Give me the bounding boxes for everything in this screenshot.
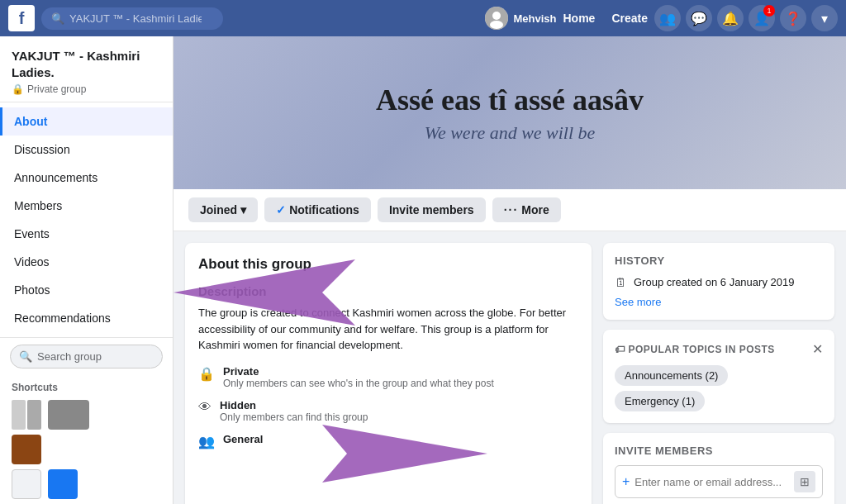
sidebar-item-videos[interactable]: Videos [0, 248, 173, 276]
invite-members-button[interactable]: Invite members [378, 197, 486, 222]
search-group-input[interactable]: 🔍 Search group [10, 345, 163, 368]
sidebar-item-about[interactable]: About [0, 107, 173, 136]
group-icon: 👥 [198, 434, 215, 449]
shortcut-row-1[interactable] [12, 400, 161, 430]
cover-image: Assé eas tî assé aasâv We were and we wi… [173, 36, 846, 189]
notifications-button[interactable]: ✓ Notifications [264, 197, 371, 222]
shortcut-row-3[interactable] [12, 469, 161, 499]
sidebar-item-discussion[interactable]: Discussion [0, 136, 173, 164]
sidebar-nav: About Discussion Announcements Members E… [0, 102, 173, 337]
nav-links: Home Create [563, 12, 649, 25]
topic-tags: Announcements (2) Emergency (1) [615, 365, 823, 411]
about-title: About this group [198, 256, 578, 273]
topics-header: 🏷 POPULAR TOPICS IN POSTS ✕ [615, 341, 823, 357]
people-icon-btn[interactable]: 👥 [654, 5, 681, 31]
shortcut-thumb-1 [12, 400, 41, 430]
friend-request-icon-btn[interactable]: 👤1 [749, 5, 775, 31]
history-card: HISTORY 🗓 Group created on 6 January 201… [603, 243, 834, 320]
shortcut-items [0, 397, 173, 504]
invite-input-row[interactable]: + ⊞ [615, 465, 823, 498]
search-icon: 🔍 [51, 12, 64, 25]
meta-private: 🔒 Private Only members can see who's in … [198, 365, 578, 389]
sidebar-item-members[interactable]: Members [0, 192, 173, 220]
eye-icon: 👁 [198, 400, 212, 415]
topic-tag-announcements[interactable]: Announcements (2) [615, 365, 728, 386]
history-title: HISTORY [615, 254, 823, 267]
shortcuts-label: Shortcuts [0, 375, 173, 397]
sidebar-item-recommendations[interactable]: Recommendations [0, 304, 173, 332]
nav-home-link[interactable]: Home [563, 12, 596, 25]
nav-icon-group: 👥 💬 🔔 👤1 ❓ ▾ [654, 5, 838, 31]
chevron-down-icon: ▾ [240, 203, 246, 216]
main-layout: YAKJUT ™ - Kashmiri Ladies. 🔒 Private gr… [0, 36, 846, 504]
see-more-link[interactable]: See more [615, 296, 823, 308]
messenger-icon-btn[interactable]: 💬 [686, 5, 712, 31]
meta-hidden: 👁 Hidden Only members can find this grou… [198, 399, 578, 423]
sidebar-item-announcements[interactable]: Announcements [0, 164, 173, 192]
nav-create-link[interactable]: Create [611, 12, 648, 25]
lock-icon: 🔒 [198, 366, 215, 382]
group-title: YAKJUT ™ - Kashmiri Ladies. [12, 48, 161, 80]
dots-icon: ··· [504, 203, 519, 216]
invite-input[interactable] [634, 476, 789, 488]
invite-members-card: INVITE MEMBERS + ⊞ [603, 433, 834, 504]
help-icon-btn[interactable]: ❓ [780, 5, 806, 31]
action-bar: Joined ▾ ✓ Notifications Invite members … [173, 189, 846, 231]
shortcut-row-2[interactable] [12, 435, 161, 464]
sidebar-item-events[interactable]: Events [0, 220, 173, 248]
description-label: Description [198, 284, 578, 298]
notification-badge: 1 [763, 5, 775, 17]
close-icon[interactable]: ✕ [812, 341, 823, 357]
tag-icon: 🏷 [615, 344, 625, 355]
shortcut-thumb-5 [48, 469, 78, 499]
svg-point-2 [490, 21, 503, 29]
global-search-input[interactable] [69, 12, 202, 25]
nav-user-name: Mehvish [513, 12, 556, 25]
topic-tag-emergency[interactable]: Emergency (1) [615, 391, 705, 411]
facebook-logo: f [8, 5, 35, 31]
avatar [485, 7, 508, 30]
more-button[interactable]: ··· More [492, 197, 561, 222]
nav-user-block: Mehvish [485, 7, 556, 30]
meta-general: 👥 General [198, 433, 578, 449]
popular-topics-card: 🏷 POPULAR TOPICS IN POSTS ✕ Announcement… [603, 330, 834, 423]
group-privacy: 🔒 Private group [12, 83, 161, 95]
below-action: About this group Description The group i… [173, 231, 846, 504]
global-search-bar[interactable]: 🔍 [41, 7, 223, 30]
invite-action-icon[interactable]: ⊞ [794, 471, 815, 492]
about-description: The group is created to connect Kashmiri… [198, 305, 578, 354]
sidebar-item-photos[interactable]: Photos [0, 276, 173, 304]
cover-main-text: Assé eas tî assé aasâv [376, 83, 644, 117]
lock-icon: 🔒 [12, 83, 24, 95]
topics-title: 🏷 POPULAR TOPICS IN POSTS [615, 344, 775, 355]
search-group-icon: 🔍 [19, 350, 32, 363]
calendar-icon: 🗓 [615, 275, 627, 289]
left-sidebar: YAKJUT ™ - Kashmiri Ladies. 🔒 Private gr… [0, 36, 173, 504]
search-group-box: 🔍 Search group [0, 337, 173, 375]
history-item: 🗓 Group created on 6 January 2019 [615, 275, 823, 289]
chevron-down-icon-btn[interactable]: ▾ [811, 5, 838, 31]
content-area: Assé eas tî assé aasâv We were and we wi… [173, 36, 846, 504]
shortcut-thumb-2 [48, 400, 89, 430]
cover-sub-text: We were and we will be [425, 122, 596, 144]
invite-title: INVITE MEMBERS [615, 445, 823, 457]
about-panel: About this group Description The group i… [185, 243, 592, 504]
shortcut-thumb-4 [12, 469, 41, 499]
top-navigation: f 🔍 Mehvish Home Create 👥 💬 🔔 👤1 ❓ ▾ [0, 0, 846, 36]
svg-point-1 [492, 12, 501, 20]
group-title-block: YAKJUT ™ - Kashmiri Ladies. 🔒 Private gr… [0, 36, 173, 102]
shortcut-thumb-3 [12, 435, 41, 464]
bell-icon-btn[interactable]: 🔔 [717, 5, 744, 31]
plus-icon: + [622, 474, 630, 489]
checkmark-icon: ✓ [276, 203, 286, 216]
joined-button[interactable]: Joined ▾ [188, 197, 258, 222]
right-panel: HISTORY 🗓 Group created on 6 January 201… [603, 243, 834, 504]
